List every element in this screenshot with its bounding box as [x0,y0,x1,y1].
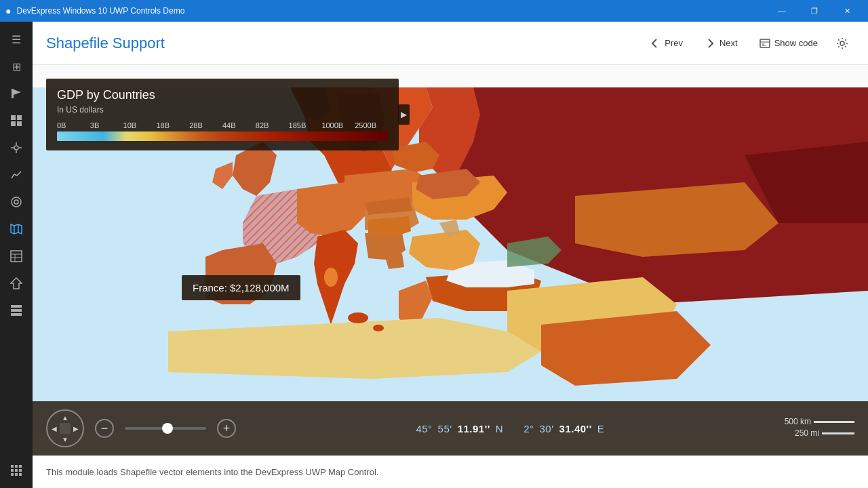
next-label: Next [719,38,738,48]
legend-scale: 0B 3B 10B 18B 28B 44B 82B 185B 1000B 250… [57,121,388,141]
map-container[interactable]: GDP by Countries In US dollars 0B 3B 10B… [33,65,868,455]
svg-rect-23 [11,313,22,316]
prev-button[interactable]: Prev [640,34,692,53]
map-controls-bar: ▲ ◀ ▶ ▼ − + [33,401,868,455]
svg-rect-21 [11,305,22,308]
lat-minutes: 55' [438,423,452,434]
sidebar-item-grid[interactable] [4,298,28,323]
lat-direction: N [496,423,503,434]
pan-center [60,423,71,434]
km-scale-line: 500 km [785,417,854,426]
svg-rect-27 [11,469,14,472]
km-scale-bar [814,421,854,423]
sidebar-item-flag[interactable] [4,81,28,106]
svg-rect-32 [19,473,22,476]
zoom-slider-track[interactable] [125,427,206,430]
app-body: ☰ ⊞ [0,22,868,488]
app-icon: ● [5,5,11,16]
sidebar-item-home[interactable]: ⊞ [4,54,28,79]
svg-point-12 [14,200,18,204]
svg-point-37 [840,41,844,45]
pan-control[interactable]: ▲ ◀ ▶ ▼ [46,409,84,447]
svg-rect-0 [12,89,14,98]
show-code-button[interactable]: Show code [750,34,827,53]
svg-rect-26 [19,465,22,468]
pan-blank2 [71,412,81,423]
minimize-button[interactable]: — [766,0,797,22]
mi-scale-line: 250 mi [795,428,854,438]
sidebar-item-chart[interactable] [4,163,28,187]
header-actions: Prev Next Show code [640,31,854,56]
pan-right-arrow[interactable]: ▶ [71,423,81,434]
sidebar-item-circle[interactable] [4,190,28,214]
pan-blank3 [49,434,60,445]
svg-point-40 [348,312,368,323]
maximize-button[interactable]: ❐ [799,0,830,22]
svg-rect-24 [11,465,14,468]
sidebar-item-table[interactable] [4,244,28,268]
pan-blank [49,412,60,423]
svg-point-11 [12,197,21,207]
sidebar-item-tools[interactable] [4,136,28,160]
settings-button[interactable] [830,31,854,56]
legend-title: GDP by Countries [57,88,388,102]
zoom-in-button[interactable]: + [217,419,236,438]
svg-rect-2 [11,115,16,120]
titlebar: ● DevExpress Windows 10 UWP Controls Dem… [0,0,868,22]
map-legend: GDP by Countries In US dollars 0B 3B 10B… [46,79,399,150]
sidebar-item-map[interactable] [4,217,28,241]
header: Shapefile Support Prev Next Show code [33,22,868,65]
sidebar-item-dashboard[interactable] [4,108,28,133]
titlebar-left: ● DevExpress Windows 10 UWP Controls Dem… [5,5,184,16]
mi-label: 250 mi [795,428,819,438]
prev-arrow-icon [650,38,660,49]
next-arrow-icon [705,38,715,49]
prev-label: Prev [665,38,683,48]
sidebar-item-menu[interactable]: ☰ [4,27,28,52]
svg-marker-13 [11,224,22,234]
lon-minutes: 30' [540,423,554,434]
sidebar-item-export[interactable] [4,271,28,296]
pan-down-arrow[interactable]: ▼ [60,434,71,445]
mi-scale-bar [822,432,854,434]
scale-indicator: 500 km 250 mi [785,417,854,440]
svg-point-42 [324,268,338,287]
zoom-slider-thumb[interactable] [162,423,173,434]
svg-point-6 [14,146,18,150]
pan-left-arrow[interactable]: ◀ [49,423,60,434]
show-code-label: Show code [774,38,818,48]
legend-subtitle: In US dollars [57,105,388,115]
svg-rect-4 [11,121,16,126]
footer: This module loads Shapefile vector eleme… [33,455,868,488]
svg-marker-20 [11,278,22,289]
svg-rect-16 [11,251,22,262]
lat-degrees: 45° [416,423,432,434]
legend-color-bar [57,131,388,141]
page-title: Shapefile Support [46,35,165,52]
svg-rect-28 [15,469,18,472]
close-button[interactable]: ✕ [831,0,863,22]
zoom-out-button[interactable]: − [95,419,114,438]
svg-rect-29 [19,469,22,472]
lon-direction: E [597,423,605,434]
lon-seconds: 31.40'' [559,423,592,434]
lon-degrees: 2° [524,423,534,434]
titlebar-controls: — ❐ ✕ [766,0,863,22]
content-area: Shapefile Support Prev Next Show code [33,22,868,488]
footer-text: This module loads Shapefile vector eleme… [46,467,378,477]
svg-rect-3 [17,115,22,120]
svg-rect-30 [11,473,14,476]
legend-collapse-button[interactable]: ▶ [398,104,410,125]
svg-rect-5 [17,121,22,126]
app-title: DevExpress Windows 10 UWP Controls Demo [16,6,184,16]
sidebar-item-apps[interactable] [4,458,28,483]
svg-rect-31 [15,473,18,476]
next-button[interactable]: Next [695,34,747,53]
pan-blank4 [71,434,81,445]
svg-marker-1 [14,89,21,95]
svg-rect-25 [15,465,18,468]
coordinates-display: 45° 55' 11.91'' N 2° 30' 31.40'' E [247,423,774,434]
svg-rect-22 [11,309,22,312]
pan-up-arrow[interactable]: ▲ [60,412,71,423]
svg-rect-33 [760,39,770,47]
